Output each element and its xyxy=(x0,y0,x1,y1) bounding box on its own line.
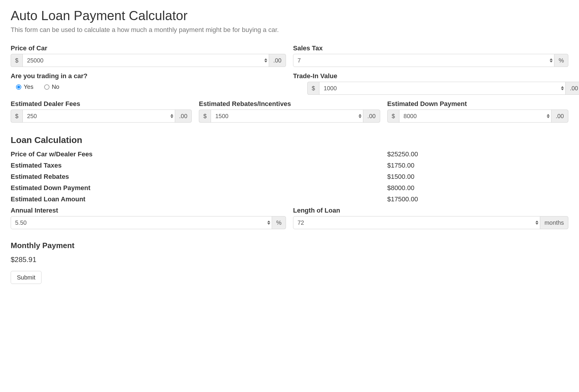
down-payment-input[interactable] xyxy=(399,110,551,123)
rebates-label: Estimated Rebates/Incentives xyxy=(199,100,380,108)
price-with-fees-label: Price of Car w/Dealer Fees xyxy=(7,150,384,158)
rebates-input[interactable] xyxy=(211,110,363,123)
number-stepper-icon[interactable] xyxy=(264,58,267,63)
estimated-down-payment-label: Estimated Down Payment xyxy=(7,184,384,192)
number-stepper-icon[interactable] xyxy=(550,58,553,63)
monthly-payment-title: Monthly Payment xyxy=(11,241,568,250)
price-input[interactable] xyxy=(23,54,269,67)
radio-icon xyxy=(16,84,21,90)
trading-question-label: Are you trading in a car? xyxy=(11,72,286,80)
dealer-fees-field: Estimated Dealer Fees $ .00 xyxy=(11,100,192,123)
monthly-payment-value: $285.91 xyxy=(11,256,568,264)
sales-tax-input[interactable] xyxy=(293,54,554,67)
page-title: Auto Loan Payment Calculator xyxy=(11,8,568,23)
cents-addon: .00 xyxy=(175,110,192,123)
rebates-field: Estimated Rebates/Incentives $ .00 xyxy=(199,100,380,123)
trading-question-field: Are you trading in a car? Yes No xyxy=(11,72,286,90)
price-with-fees-value: $25250.00 xyxy=(384,150,572,158)
down-payment-label: Estimated Down Payment xyxy=(387,100,568,108)
length-of-loan-field: Length of Loan months xyxy=(293,207,568,229)
dealer-fees-label: Estimated Dealer Fees xyxy=(11,100,192,108)
estimated-taxes-value: $1750.00 xyxy=(384,162,572,169)
number-stepper-icon[interactable] xyxy=(535,220,538,225)
estimated-taxes-label: Estimated Taxes xyxy=(7,162,384,169)
length-of-loan-input[interactable] xyxy=(293,216,540,229)
price-label: Price of Car xyxy=(11,44,286,52)
trade-in-field: Trade-In Value $ .00 xyxy=(293,72,568,95)
number-stepper-icon[interactable] xyxy=(170,114,173,118)
length-of-loan-label: Length of Loan xyxy=(293,207,568,214)
dollar-sign-addon: $ xyxy=(307,82,319,95)
annual-interest-label: Annual Interest xyxy=(11,207,286,214)
annual-interest-field: Annual Interest % xyxy=(11,207,286,229)
cents-addon: .00 xyxy=(566,82,579,95)
number-stepper-icon[interactable] xyxy=(267,220,270,225)
loan-calculation-title: Loan Calculation xyxy=(11,135,568,145)
estimated-down-payment-value: $8000.00 xyxy=(384,184,572,192)
price-field: Price of Car $ .00 xyxy=(11,44,286,67)
page-description: This form can be used to calculate a how… xyxy=(11,26,568,34)
cents-addon: .00 xyxy=(363,110,380,123)
annual-interest-input[interactable] xyxy=(11,216,272,229)
number-stepper-icon[interactable] xyxy=(561,86,564,91)
dollar-sign-addon: $ xyxy=(11,54,23,67)
estimated-rebates-label: Estimated Rebates xyxy=(7,173,384,181)
trade-in-input[interactable] xyxy=(319,82,566,95)
percent-addon: % xyxy=(554,54,568,67)
trading-no-radio[interactable]: No xyxy=(44,83,60,90)
percent-addon: % xyxy=(272,216,286,229)
cents-addon: .00 xyxy=(269,54,286,67)
trade-in-label: Trade-In Value xyxy=(293,72,568,80)
cents-addon: .00 xyxy=(551,110,568,123)
submit-button[interactable]: Submit xyxy=(11,271,41,284)
down-payment-field: Estimated Down Payment $ .00 xyxy=(387,100,568,123)
estimated-loan-amount-label: Estimated Loan Amount xyxy=(7,195,384,203)
months-addon: months xyxy=(540,216,568,229)
dollar-sign-addon: $ xyxy=(199,110,211,123)
dollar-sign-addon: $ xyxy=(11,110,23,123)
sales-tax-label: Sales Tax xyxy=(293,44,568,52)
trading-no-label: No xyxy=(52,83,60,90)
trading-yes-radio[interactable]: Yes xyxy=(16,83,33,90)
trading-yes-label: Yes xyxy=(24,83,33,90)
radio-icon xyxy=(44,84,49,90)
estimated-loan-amount-value: $17500.00 xyxy=(384,195,572,203)
dealer-fees-input[interactable] xyxy=(23,110,175,123)
sales-tax-field: Sales Tax % xyxy=(293,44,568,67)
number-stepper-icon[interactable] xyxy=(547,114,550,118)
dollar-sign-addon: $ xyxy=(387,110,399,123)
number-stepper-icon[interactable] xyxy=(359,114,362,118)
estimated-rebates-value: $1500.00 xyxy=(384,173,572,181)
